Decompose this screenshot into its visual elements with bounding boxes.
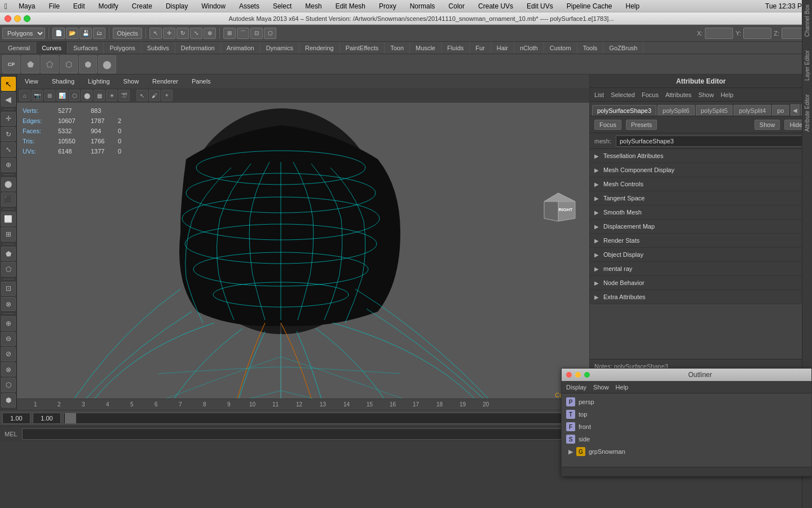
focus-btn[interactable]: Focus [594,120,621,130]
shelf-tab-tools[interactable]: Tools [577,42,604,54]
snap-grid[interactable]: ⊞ [223,28,236,39]
paint-select-btn[interactable]: ◀ [1,92,16,106]
vp-lasso-btn[interactable]: ⌖ [161,90,173,101]
select-mode-btn[interactable]: ↖ [1,77,16,91]
ae-menu-attributes[interactable]: Attributes [665,91,691,98]
shelf-tab-gozbrush[interactable]: GoZBrush [603,42,643,54]
shelf-icon-4[interactable]: ⬢ [79,55,97,73]
y-field[interactable] [743,28,771,39]
vp-lighting-menu[interactable]: Lighting [85,77,113,86]
shelf-cp-icon[interactable]: CP [2,55,20,73]
outliner-item-grpsnowman[interactable]: ▶ G grpSnowman [562,445,811,458]
vp-renderer-menu[interactable]: Renderer [149,77,182,86]
shelf-tab-fur[interactable]: Fur [470,42,491,54]
open-btn[interactable]: 📂 [66,28,78,39]
shelf-tab-dynamics[interactable]: Dynamics [261,42,299,54]
shelf-tab-curves[interactable]: Curves [36,42,68,54]
menu-select[interactable]: Select [271,2,294,10]
close-button[interactable] [5,15,11,22]
ae-menu-list[interactable]: List [594,91,604,98]
shelf-tab-fluids[interactable]: Fluids [442,42,470,54]
shelf-tab-general[interactable]: General [2,42,36,54]
attr-tab-po[interactable]: po [772,105,789,116]
apple-menu[interactable]:  [5,2,7,11]
outliner-item-side[interactable]: S side [562,433,811,445]
vp-view-menu[interactable]: View [21,77,42,86]
minimize-button[interactable] [14,15,21,22]
presets-btn[interactable]: Presets [626,120,657,130]
vp-select-btn[interactable]: ↖ [136,90,148,101]
menu-assets[interactable]: Assets [237,2,262,10]
shelf-tab-animation[interactable]: Animation [221,42,261,54]
new-scene-btn[interactable]: 📄 [52,28,65,39]
outliner-minimize-btn[interactable] [575,372,581,378]
show-manip-btn[interactable]: ⬜ [1,212,16,226]
menu-proxy[interactable]: Proxy [377,2,399,10]
soft-select-btn[interactable]: ⬤ [1,177,16,191]
ae-menu-focus[interactable]: Focus [642,91,659,98]
render-view-btn[interactable]: ⬟ [1,247,16,261]
mode-dropdown[interactable]: Polygons [2,28,45,39]
x-field[interactable] [705,28,733,39]
show-btn[interactable]: Show [754,120,780,130]
menu-modify[interactable]: Modify [96,2,121,10]
outliner-maximize-btn[interactable] [584,372,590,378]
section-render-stats-header[interactable]: ▶ Render Stats [590,234,812,247]
ae-menu-show[interactable]: Show [698,91,714,98]
sculpt-btn[interactable]: ⬛ [1,192,16,207]
menu-pipeline[interactable]: Pipeline Cache [564,2,615,10]
snap-point[interactable]: ⊡ [250,28,263,39]
channel-box-tab[interactable]: Channel Box [803,0,811,41]
shelf-tab-ncloth[interactable]: nCloth [514,42,544,54]
ae-menu-help[interactable]: Help [721,91,734,98]
vp-grid-btn[interactable]: ⊞ [44,90,55,101]
viewport[interactable]: X Y Z View Shading Lighting Show Rendere… [17,75,589,410]
section-object-display-header[interactable]: ▶ Object Display [590,248,812,261]
shelf-icon-3[interactable]: ⬡ [60,55,78,73]
snap-curve[interactable]: ⌒ [237,28,249,39]
vp-light-btn[interactable]: ☀ [106,90,117,101]
trax-btn[interactable]: ⬢ [1,393,16,408]
shelf-tab-polygons[interactable]: Polygons [104,42,141,54]
section-mesh-component-header[interactable]: ▶ Mesh Component Display [590,163,812,177]
section-displacement-header[interactable]: ▶ Displacement Map [590,220,812,233]
timeline-handle[interactable] [65,413,76,423]
vp-solid-btn[interactable]: ⬤ [81,90,92,101]
hypershade-btn[interactable]: ⊕ [1,316,16,330]
save-as-btn[interactable]: 🗂 [93,28,105,39]
select-tool[interactable]: ↖ [149,28,162,39]
section-tangent-header[interactable]: ▶ Tangent Space [590,191,812,205]
shelf-tab-painteffects[interactable]: PaintEffects [340,42,385,54]
graph-ed-btn[interactable]: ⊗ [1,362,16,376]
objects-btn[interactable]: Objects [113,28,142,39]
vp-paint-btn[interactable]: 🖌 [149,90,160,101]
rotate-tool[interactable]: ↻ [176,28,189,39]
outliner-scrollbar[interactable] [562,467,811,476]
vp-show-menu[interactable]: Show [120,77,143,86]
move-tool[interactable]: ✛ [163,28,175,39]
snap-surface[interactable]: ⬡ [264,28,276,39]
timeline-current[interactable] [33,413,61,424]
region-render-btn[interactable]: ⊡ [1,282,16,296]
shelf-tab-toon[interactable]: Toon [385,42,410,54]
light-editor-btn[interactable]: ⊗ [1,297,16,311]
menu-edit[interactable]: Edit [71,2,87,10]
outliner-item-front[interactable]: F front [562,421,811,433]
shelf-tab-hair[interactable]: Hair [491,42,514,54]
vp-stats-btn[interactable]: 📊 [56,90,68,101]
section-tessellation-header[interactable]: ▶ Tessellation Attributes [590,149,812,163]
menu-create-uvs[interactable]: Create UVs [476,2,515,10]
menu-window[interactable]: Window [199,2,228,10]
ipr-btn[interactable]: ⬠ [1,262,16,276]
menu-edit-mesh[interactable]: Edit Mesh [333,2,368,10]
snap-btn[interactable]: ⊞ [1,227,16,242]
attr-tab-polysurfaceshape3[interactable]: polySurfaceShape3 [592,105,656,116]
shelf-icon-2[interactable]: ⬠ [41,55,59,73]
outliner-item-persp[interactable]: P persp [562,396,811,408]
rotate-btn[interactable]: ↻ [1,127,16,141]
otl-menu-show[interactable]: Show [593,384,609,391]
maximize-button[interactable] [24,15,30,22]
menu-create[interactable]: Create [130,2,155,10]
section-extra-attributes-header[interactable]: ▶ Extra Attributes [590,290,812,304]
ae-menu-selected[interactable]: Selected [611,91,635,98]
